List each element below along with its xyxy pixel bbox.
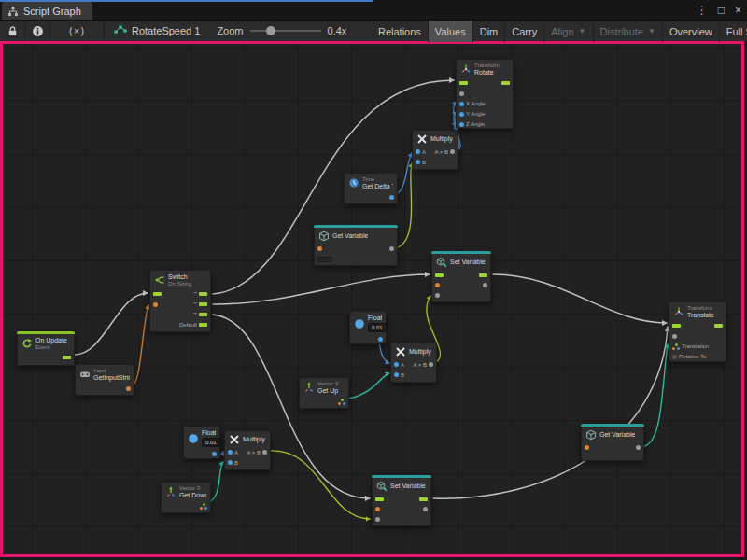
vector3-get-up-right-port[interactable] (338, 399, 345, 405)
switch-on-string-right-port[interactable]: "" (193, 301, 207, 307)
switch-on-string-left-port[interactable] (153, 302, 158, 307)
get-variable-bottom-left-port[interactable] (585, 445, 589, 450)
tab-title: Script Graph (23, 6, 81, 17)
rotate-left-port[interactable]: X Angle (459, 101, 486, 106)
variables-toggle-button[interactable]: ⟨×⟩ (50, 21, 105, 41)
switch-on-string-right-port[interactable]: "" (193, 312, 207, 317)
set-variable-center-right-port[interactable] (479, 273, 487, 277)
get-variable-bottom-right-port[interactable] (636, 445, 641, 450)
set-variable-bottom-left-port[interactable] (375, 507, 380, 511)
get-delta-time-title: Get Delta Time (362, 183, 393, 190)
rotate-left-port[interactable]: Y Angle (459, 111, 486, 117)
multiply-center-node[interactable]: MultiplyAA × BB (390, 343, 437, 383)
rotate-left-port[interactable]: Z Angle (459, 121, 485, 127)
cube-icon (585, 429, 597, 441)
toolbar-button-carry[interactable]: Carry (505, 21, 544, 42)
on-update-right-port[interactable] (63, 356, 71, 359)
rotate-left-port[interactable] (459, 91, 464, 96)
switch-on-string-subtitle: On String (168, 281, 191, 287)
zoom-slider-handle[interactable] (266, 26, 275, 35)
float-top-value-field[interactable]: 0.01 (368, 323, 387, 332)
zoom-slider[interactable] (250, 30, 321, 32)
get-variable-top-right-port[interactable] (389, 246, 394, 251)
get-input-string-node[interactable]: InputGetInputString (75, 364, 134, 396)
toolbar-button-full-screen[interactable]: Full Screen (720, 21, 747, 42)
get-delta-time-right-port[interactable] (389, 195, 394, 200)
switch-on-string-right-port[interactable]: "" (193, 291, 207, 297)
switch-on-string-left-port[interactable] (153, 292, 162, 296)
set-variable-center-port-row (432, 290, 490, 301)
window-maximize-icon[interactable]: □ (718, 4, 725, 17)
get-input-string-right-port[interactable] (126, 386, 131, 391)
toolbar-button-overview[interactable]: Overview (663, 21, 720, 42)
toolbar-button-distribute[interactable]: Distribute▼ (594, 21, 663, 42)
switch-on-string-right-port[interactable]: Default (179, 322, 207, 328)
translate-left-port[interactable] (672, 334, 677, 339)
set-variable-center-left-port[interactable] (435, 283, 440, 287)
dot-port-blue (459, 102, 464, 106)
vector3-get-up-node[interactable]: Vector 3Get Up (299, 377, 349, 409)
multiply-bottom-node[interactable]: MultiplyAA × BB (224, 430, 271, 470)
vector3-get-down-node[interactable]: Vector 3Get Down (161, 482, 211, 513)
set-variable-bottom-left-port[interactable] (375, 497, 384, 501)
switch-on-string-port-row: "" (150, 289, 210, 300)
set-variable-center-left-port[interactable] (435, 273, 444, 277)
get-input-string-kicker: Input (93, 368, 130, 374)
graph-breadcrumb[interactable]: RotateSpeed 1 (105, 21, 209, 41)
rotate-right-port[interactable] (501, 81, 510, 85)
translate-left-port[interactable] (672, 324, 681, 328)
dot-port-gray (672, 334, 677, 339)
set-variable-bottom-right-port[interactable] (419, 497, 428, 501)
multiply-bottom-left-port[interactable]: A (228, 450, 238, 455)
tab-script-graph[interactable]: Script Graph (2, 2, 92, 20)
vector3-get-down-right-port[interactable] (200, 503, 207, 510)
multiply-top-right-port[interactable]: A × B (434, 149, 455, 155)
get-variable-bottom-node[interactable]: Get Variable (581, 424, 644, 461)
rotate-node[interactable]: TransformRotateX AngleY AngleZ Angle (456, 59, 514, 129)
toolbar-button-values[interactable]: Values (429, 21, 473, 42)
translate-left-port[interactable]: Relative To (672, 354, 707, 359)
get-variable-top-node[interactable]: Get Variable (314, 225, 398, 266)
get-variable-top-left-port[interactable] (317, 246, 322, 251)
inspect-button[interactable] (25, 21, 50, 41)
translate-node[interactable]: TransformTranslateTranslationRelative To (669, 301, 726, 362)
window-close-icon[interactable]: × (735, 4, 741, 17)
toolbar-button-align[interactable]: Align▼ (544, 21, 593, 42)
float-top-right-port[interactable] (378, 337, 383, 342)
set-variable-center-right-port[interactable] (483, 283, 487, 287)
float-bottom-value-field[interactable]: 0.01 (202, 438, 220, 447)
multiply-top-left-port[interactable]: B (416, 160, 426, 165)
dot-port-orange (435, 283, 440, 287)
dot-port-blue (394, 372, 399, 377)
multiply-top-left-port[interactable]: A (416, 149, 426, 155)
multiply-center-right-port[interactable]: A × B (413, 362, 433, 368)
translate-right-port[interactable] (714, 324, 723, 328)
multiply-bottom-right-port[interactable]: A × B (247, 450, 267, 455)
set-variable-bottom-left-port[interactable] (375, 517, 380, 522)
set-variable-center-left-port[interactable] (435, 293, 440, 298)
rotate-left-port[interactable] (459, 81, 468, 85)
set-variable-center-node[interactable]: Set Variable (431, 251, 491, 302)
multiply-top-node[interactable]: MultiplyAA × BB (412, 130, 458, 170)
translate-left-port[interactable]: Translation (672, 343, 709, 350)
get-delta-time-node[interactable]: TimeGet Delta Time (344, 173, 398, 204)
multiply-center-left-port[interactable]: A (394, 362, 404, 368)
toolbar-button-dim[interactable]: Dim (473, 21, 506, 42)
window-menu-icon[interactable]: ⋮ (697, 4, 708, 17)
float-top-node[interactable]: Float0.01 (349, 311, 387, 344)
set-variable-bottom-node[interactable]: Set Variable (372, 475, 431, 526)
switch-on-string-node[interactable]: SwitchOn String""""""Default (149, 270, 211, 332)
multiply-center-left-port[interactable]: B (394, 372, 404, 378)
multiply-bottom-left-port[interactable]: B (228, 460, 238, 466)
get-variable-top-left-port[interactable] (317, 257, 332, 262)
set-variable-bottom-title: Set Variable (390, 483, 426, 490)
dot-port-orange (375, 507, 380, 511)
toolbar-button-relations[interactable]: Relations (372, 21, 429, 42)
float-bottom-right-port[interactable] (212, 452, 217, 456)
port-label: Z Angle (466, 121, 485, 127)
set-variable-bottom-port-row (373, 514, 430, 525)
set-variable-bottom-right-port[interactable] (423, 507, 428, 511)
float-bottom-node[interactable]: Float0.01 (183, 426, 220, 459)
on-update-node[interactable]: On UpdateEvent (17, 331, 75, 366)
lock-button[interactable] (0, 21, 25, 41)
